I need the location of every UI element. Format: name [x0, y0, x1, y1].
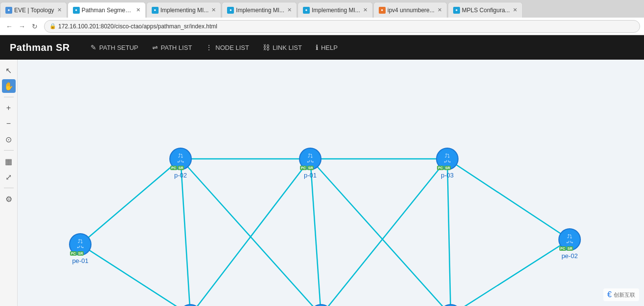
nav-icon-path-list: ⇌: [152, 44, 158, 51]
tool-select[interactable]: ↖: [2, 64, 16, 77]
node-circle-p-04: ⤴⤵⤶⤷PCSR: [179, 304, 202, 306]
node-badges-pe-01: PCSR: [70, 251, 84, 256]
badge-pc-pe-01: PC: [70, 251, 77, 256]
app-header: Pathman SR ✎PATH SETUP⇌PATH LIST⋮NODE LI…: [0, 35, 644, 60]
node-pe-01[interactable]: ⤴⤵⤶⤷PCSRpe-01: [69, 233, 92, 264]
tab-close-eve[interactable]: ✕: [57, 7, 62, 13]
tab-close-mpls[interactable]: ✕: [513, 7, 517, 13]
url-bar[interactable]: 🔒 172.16.100.201:8020/cisco-ctao/apps/pa…: [44, 20, 640, 33]
tab-impl2[interactable]: ●Implementing MI...✕: [222, 2, 297, 18]
forward-button[interactable]: →: [17, 21, 27, 32]
tab-close-ipv4[interactable]: ✕: [437, 7, 442, 13]
nav-label-path-setup: PATH SETUP: [99, 44, 138, 51]
tab-impl3[interactable]: ●Implementing MI...✕: [298, 2, 373, 18]
tab-pathman[interactable]: ●Pathman Segment...✕: [68, 2, 146, 18]
expand-icon-p-02: ⤴⤵⤶⤷: [177, 153, 184, 165]
tab-close-impl2[interactable]: ✕: [287, 7, 292, 13]
badge-pc-p-03: PC: [437, 166, 444, 170]
url-lock-icon: 🔒: [49, 23, 56, 29]
tab-label-eve: EVE | Topology: [14, 7, 54, 14]
nav-item-path-setup[interactable]: ✎PATH SETUP: [85, 41, 144, 54]
node-label-p-01: p-01: [304, 172, 317, 179]
back-button[interactable]: ←: [4, 21, 15, 32]
link-p-03-pe-02: [447, 159, 570, 240]
link-pe-01-p-04: [80, 244, 190, 306]
tool-settings[interactable]: ⚙: [2, 192, 16, 206]
nav-icon-help: ℹ: [316, 44, 318, 51]
tool-icon-pan: ✋: [4, 82, 14, 91]
watermark-icon: €: [607, 290, 612, 299]
tool-zoom-in[interactable]: +: [2, 101, 16, 115]
tab-bar: ●EVE | Topology✕●Pathman Segment...✕●Imp…: [0, 0, 644, 18]
tool-expand[interactable]: ⤢: [2, 170, 16, 184]
node-p-04[interactable]: ⤴⤵⤶⤷PCSRp-04: [179, 304, 202, 306]
tool-layout[interactable]: ▦: [2, 154, 16, 168]
tool-icon-select: ↖: [5, 66, 12, 75]
node-badges-p-01: PCSR: [300, 166, 314, 170]
node-pe-02[interactable]: ⤴⤵⤶⤷PCSRpe-02: [558, 228, 581, 260]
tool-icon-zoom-fit: ⊙: [5, 135, 12, 144]
tab-close-pathman[interactable]: ✕: [136, 7, 140, 13]
nav-label-node-list: NODE LIST: [215, 44, 249, 51]
node-circle-p-01: ⤴⤵⤶⤷PCSR: [299, 148, 322, 170]
node-p-03[interactable]: ⤴⤵⤶⤷PCSRp-03: [436, 148, 459, 179]
node-p-02[interactable]: ⤴⤵⤶⤷PCSRp-02: [169, 148, 192, 179]
link-p-02-p-05: [181, 159, 321, 306]
link-pe-01-p-02: [80, 159, 181, 244]
expand-icon-pe-01: ⤴⤵⤶⤷: [76, 239, 84, 250]
tab-eve[interactable]: ●EVE | Topology✕: [0, 2, 67, 18]
link-p-01-p-05: [310, 159, 321, 306]
expand-icon-p-01: ⤴⤵⤶⤷: [306, 153, 314, 165]
expand-icon-pe-02: ⤴⤵⤶⤷: [566, 234, 574, 245]
badge-sr-p-01: SR: [307, 166, 314, 170]
node-p-06[interactable]: ⤴⤵⤶⤷PCSRp-06: [439, 304, 462, 306]
nav-item-help[interactable]: ℹHELP: [310, 41, 344, 54]
tool-pan[interactable]: ✋: [2, 79, 16, 93]
tool-zoom-out[interactable]: −: [2, 117, 16, 131]
nav-buttons: ← → ↻: [4, 21, 40, 32]
nav-icon-node-list: ⋮: [206, 44, 212, 51]
nav-item-node-list[interactable]: ⋮NODE LIST: [200, 41, 255, 54]
tool-separator-2: [4, 97, 14, 97]
app-title: Pathman SR: [10, 42, 70, 53]
tab-icon-impl3: ●: [303, 7, 310, 14]
badge-pc-p-01: PC: [300, 166, 307, 170]
tab-ipv4[interactable]: ●ipv4 unnumbere...✕: [373, 2, 447, 18]
node-p-05[interactable]: ⤴⤵⤶⤷PCSRp-05: [310, 304, 332, 306]
tool-icon-zoom-out: −: [6, 119, 11, 128]
nav-item-link-list[interactable]: ⛓LINK LIST: [257, 41, 308, 54]
address-bar: ← → ↻ 🔒 172.16.100.201:8020/cisco-ctao/a…: [0, 18, 644, 35]
node-p-01[interactable]: ⤴⤵⤶⤷PCSRp-01: [299, 148, 322, 179]
tool-separator-5: [4, 150, 14, 151]
tool-zoom-fit[interactable]: ⊙: [2, 132, 16, 146]
nav-menu: ✎PATH SETUP⇌PATH LIST⋮NODE LIST⛓LINK LIS…: [85, 41, 344, 54]
tab-close-impl3[interactable]: ✕: [363, 7, 368, 13]
tab-label-ipv4: ipv4 unnumbere...: [388, 7, 435, 14]
tab-icon-mpls: ●: [453, 7, 460, 14]
tab-mpls[interactable]: ●MPLS Configura...✕: [448, 2, 523, 18]
topology-svg: [18, 60, 644, 306]
link-p-03-p-06: [447, 159, 451, 306]
tab-close-impl1[interactable]: ✕: [211, 7, 216, 13]
nav-icon-path-setup: ✎: [91, 44, 96, 51]
tab-label-mpls: MPLS Configura...: [462, 7, 510, 14]
tool-icon-expand: ⤢: [5, 173, 12, 182]
node-circle-p-05: ⤴⤵⤶⤷PCSR: [310, 304, 332, 306]
tab-impl1[interactable]: ●Implementing MI...✕: [146, 2, 222, 18]
node-label-p-03: p-03: [441, 172, 454, 179]
tab-icon-impl1: ●: [152, 7, 159, 14]
badge-sr-pe-01: SR: [77, 251, 84, 256]
badge-sr-pe-02: SR: [567, 246, 574, 251]
tab-icon-ipv4: ●: [379, 7, 386, 14]
badge-pc-p-02: PC: [170, 166, 177, 170]
topology-canvas[interactable]: ⤴⤵⤶⤷PCSRp-02⤴⤵⤶⤷PCSRp-01⤴⤵⤶⤷PCSRp-03⤴⤵⤶⤷…: [18, 60, 644, 306]
tab-icon-impl2: ●: [227, 7, 234, 14]
refresh-button[interactable]: ↻: [29, 21, 40, 32]
node-label-pe-01: pe-01: [72, 257, 88, 264]
node-circle-p-06: ⤴⤵⤶⤷PCSR: [439, 304, 462, 306]
nav-label-link-list: LINK LIST: [273, 44, 302, 51]
browser-chrome: ●EVE | Topology✕●Pathman Segment...✕●Imp…: [0, 0, 644, 35]
badge-sr-p-02: SR: [178, 166, 184, 170]
node-circle-pe-02: ⤴⤵⤶⤷PCSR: [558, 228, 581, 251]
nav-item-path-list[interactable]: ⇌PATH LIST: [146, 41, 198, 54]
